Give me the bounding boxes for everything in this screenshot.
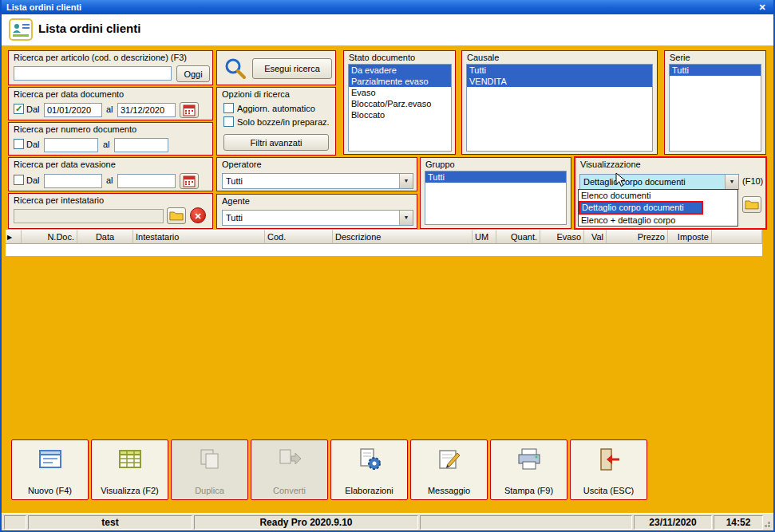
close-icon[interactable]: ✕ (756, 0, 769, 14)
row-indicator-icon: ▶ (6, 230, 22, 244)
folder-icon (169, 210, 184, 222)
solo-bozze-checkbox[interactable] (223, 116, 234, 127)
list-item[interactable]: Tutti (467, 65, 652, 76)
uscita-button[interactable]: Uscita (ESC) (570, 439, 647, 500)
agente-select[interactable]: Tutti (222, 210, 413, 226)
list-item[interactable]: Tutti (670, 65, 761, 76)
panel-label: Opzioni di ricerca (222, 89, 290, 99)
dal-checkbox[interactable] (14, 139, 24, 149)
table-grid-icon (117, 446, 144, 473)
stato-documento-list: Da evadere Parzialmente evaso Evaso Bloc… (348, 64, 452, 152)
visualizzazione-folder-button[interactable] (742, 196, 761, 213)
titlebar[interactable]: Lista ordini clienti ✕ (2, 0, 773, 14)
resize-grip[interactable] (768, 525, 770, 527)
duplica-button: Duplica (171, 439, 248, 500)
oggi-button[interactable]: Oggi (176, 65, 210, 82)
search-icon[interactable] (223, 57, 247, 81)
articolo-input[interactable] (14, 66, 172, 81)
data-evas-from-input[interactable] (44, 174, 102, 188)
dal-label: Dal (26, 140, 40, 149)
dal-checkbox[interactable] (14, 104, 24, 114)
column-header-data[interactable]: Data (77, 230, 133, 244)
column-header-imposte[interactable]: Imposte (668, 230, 712, 244)
list-item[interactable]: Bloccato (349, 109, 451, 120)
column-header-cod[interactable]: Cod. (265, 230, 333, 244)
list-item[interactable]: Bloccato/Parz.evaso (349, 98, 451, 109)
nuovo-button[interactable]: Nuovo (F4) (11, 439, 89, 500)
calendar-button[interactable] (180, 173, 199, 189)
dropdown-option[interactable]: Elenco documenti (579, 190, 737, 201)
dal-checkbox[interactable] (14, 175, 24, 185)
app-icon (9, 18, 33, 41)
document-gear-icon (356, 446, 383, 473)
results-table-header: ▶ N.Doc. Data Intestatario Cod. Descrizi… (6, 230, 762, 244)
button-label: Elaborazioni (331, 486, 407, 495)
elaborazioni-button[interactable]: Elaborazioni (330, 439, 408, 500)
calendar-button[interactable] (180, 102, 199, 118)
data-doc-from-input[interactable] (44, 103, 102, 117)
data-evas-to-input[interactable] (117, 174, 176, 188)
column-header-evaso[interactable]: Evaso (540, 230, 584, 244)
column-header-ndoc[interactable]: N.Doc. (22, 230, 77, 244)
converti-button: Converti (251, 439, 328, 500)
operatore-value: Tutti (226, 176, 243, 186)
list-item[interactable]: Evaso (349, 87, 451, 98)
dal-label: Dal (26, 175, 40, 185)
dropdown-option[interactable]: Elenco + dettaglio corpo (579, 215, 737, 226)
esegui-ricerca-button[interactable]: Esegui ricerca (252, 58, 332, 79)
column-header-quant[interactable]: Quant. (496, 230, 540, 244)
dropdown-option-selected[interactable]: Dettaglio corpo documenti (579, 201, 703, 215)
visualizzazione-select[interactable]: Dettaglio corpo documenti (579, 174, 739, 190)
visualizza-button[interactable]: Visualizza (F2) (91, 439, 168, 500)
folder-icon (745, 199, 759, 211)
al-label: al (103, 140, 110, 149)
calendar-icon (183, 175, 196, 187)
chevron-down-icon[interactable] (399, 211, 413, 225)
filtri-avanzati-button[interactable]: Filtri avanzati (223, 134, 329, 151)
empty-table-row (6, 244, 762, 256)
statusbar-cell-blank (4, 515, 26, 530)
panel-label: Ricerca per articolo (cod. o descrizione… (14, 53, 187, 62)
column-header-prezzo[interactable]: Prezzo (607, 230, 668, 244)
column-header-val[interactable]: Val (584, 230, 607, 244)
panel-esegui-ricerca: Esegui ricerca (216, 50, 336, 85)
panel-label: Gruppo (425, 160, 455, 169)
panel-data-evasione: Ricerca per data evasione Dal al (8, 157, 213, 191)
panel-label: Agente (222, 196, 250, 206)
data-doc-to-input[interactable] (117, 103, 176, 117)
visualizzazione-dropdown-list: Elenco documenti Dettaglio corpo documen… (578, 189, 738, 227)
list-item[interactable]: Parzialmente evaso (349, 76, 451, 87)
calendar-icon (183, 104, 196, 116)
clear-intestatario-icon[interactable]: ✕ (190, 207, 206, 223)
column-header-intestatario[interactable]: Intestatario (133, 230, 265, 244)
panel-label: Stato documento (349, 53, 415, 62)
duplicate-icon (196, 446, 223, 473)
num-doc-from-input[interactable] (44, 138, 98, 152)
serie-list: Tutti (669, 64, 761, 152)
printer-icon (516, 446, 543, 473)
panel-gruppo: Gruppo Tutti (420, 157, 571, 229)
statusbar-user: test (28, 515, 192, 530)
convert-icon (276, 446, 303, 473)
button-label: Nuovo (F4) (12, 486, 88, 495)
list-item[interactable]: Tutti (425, 171, 566, 183)
aggiorn-automatico-checkbox[interactable] (223, 103, 234, 113)
chevron-down-icon[interactable] (399, 174, 413, 188)
page-title: Lista ordini clienti (38, 22, 140, 35)
list-item[interactable]: VENDITA (467, 76, 652, 87)
column-header-um[interactable]: UM (473, 230, 496, 244)
browse-intestatario-button[interactable] (167, 207, 186, 224)
list-item[interactable]: Da evadere (349, 65, 451, 76)
panel-agente: Agente Tutti (216, 194, 417, 229)
column-header-filler (712, 230, 762, 244)
panel-label: Ricerca per data evasione (14, 160, 116, 169)
stampa-button[interactable]: Stampa (F9) (490, 439, 567, 500)
panel-label: Visualizzazione (580, 160, 641, 169)
column-header-descrizione[interactable]: Descrizione (333, 230, 473, 244)
num-doc-to-input[interactable] (114, 138, 168, 152)
causale-list: Tutti VENDITA (466, 64, 653, 152)
chevron-down-icon[interactable] (725, 175, 738, 189)
statusbar-date: 23/11/2020 (634, 515, 712, 530)
messaggio-button[interactable]: Messaggio (410, 439, 488, 500)
operatore-select[interactable]: Tutti (222, 173, 413, 189)
